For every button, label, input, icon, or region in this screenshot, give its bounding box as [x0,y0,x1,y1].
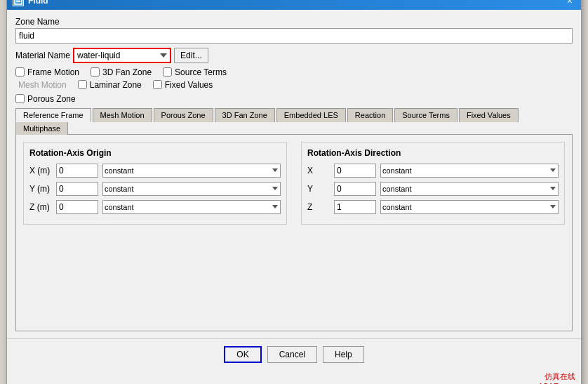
direction-x-input[interactable] [334,164,376,178]
tab-mesh-motion[interactable]: Mesh Motion [93,108,152,122]
direction-y-method[interactable]: constant [380,182,559,196]
rotation-axis-direction-title: Rotation-Axis Direction [307,148,559,158]
fluid-dialog: Fluid × Zone Name Material Name water-li… [6,0,582,384]
origin-x-row: X (m) constant [29,164,281,178]
frame-motion-checkbox-label[interactable]: Frame Motion [15,67,79,77]
tab-panel-reference-frame: Rotation-Axis Origin X (m) constant [15,135,573,331]
branding-line1: 仿真在线 [544,372,575,380]
checkboxes-row-2: Mesh Motion Laminar Zone Fixed Values [15,80,573,90]
origin-y-label: Y (m) [29,184,52,194]
direction-y-input[interactable] [334,182,376,196]
origin-z-method[interactable]: constant [102,200,281,214]
material-select[interactable]: water-liquid [73,48,171,63]
tab-reference-frame[interactable]: Reference Frame [15,108,91,122]
origin-y-method[interactable]: constant [102,182,281,196]
material-name-label: Material Name [15,51,70,60]
tab-reaction[interactable]: Reaction [347,108,393,122]
zone-name-group: Zone Name [15,17,573,44]
origin-x-input[interactable] [56,164,98,178]
direction-x-label: X [307,166,330,176]
3d-fan-zone-checkbox-label[interactable]: 3D Fan Zone [91,67,152,77]
close-button[interactable]: × [564,0,575,6]
origin-z-row: Z (m) constant [29,200,281,214]
rotation-axis-origin-group: Rotation-Axis Origin X (m) constant [23,142,287,225]
dialog-content: Zone Name Material Name water-liquid Edi… [7,10,581,338]
origin-y-input[interactable] [56,182,98,196]
frame-motion-label: Frame Motion [27,67,79,77]
source-terms-checkbox[interactable] [163,67,172,77]
direction-z-row: Z constant [307,200,559,214]
porous-zone-checkbox[interactable] [15,94,25,103]
direction-z-input[interactable] [334,200,376,214]
tab-bar: Reference Frame Mesh Motion Porous Zone … [15,108,573,135]
porous-zone-label: Porous Zone [27,94,76,104]
title-bar: Fluid × [7,0,581,10]
help-button[interactable]: Help [323,346,364,363]
origin-x-label: X (m) [29,166,52,176]
tab-multiphase[interactable]: Multiphase [15,121,68,135]
laminar-zone-label: Laminar Zone [90,80,142,90]
bottom-buttons: OK Cancel Help [7,338,581,370]
checkboxes-row-1: Frame Motion 3D Fan Zone Source Terms [15,67,573,77]
checkboxes-row-3: Porous Zone [15,94,573,104]
origin-z-input[interactable] [56,200,98,214]
laminar-zone-checkbox-label[interactable]: Laminar Zone [78,80,142,90]
source-terms-checkbox-label[interactable]: Source Terms [163,67,227,77]
3d-fan-zone-label: 3D Fan Zone [102,67,152,77]
fixed-values-label: Fixed Values [165,80,213,90]
direction-x-method[interactable]: constant [380,164,559,178]
zone-name-input[interactable] [15,28,573,44]
tab-fixed-values[interactable]: Fixed Values [459,108,519,122]
rotation-axis-origin-title: Rotation-Axis Origin [29,148,281,158]
direction-y-row: Y constant [307,182,559,196]
fixed-values-checkbox[interactable] [153,80,162,89]
branding: 仿真在线 www.1CAE.com [7,370,581,385]
branding-line2: www.1CAE.com [520,382,575,385]
material-row: Material Name water-liquid Edit... [15,48,573,63]
tab-embedded-les[interactable]: Embedded LES [276,108,346,122]
tabs-container: Reference Frame Mesh Motion Porous Zone … [15,108,573,331]
rotation-axis-direction-group: Rotation-Axis Direction X constant [301,142,565,225]
3d-fan-zone-checkbox[interactable] [91,67,100,77]
tab-source-terms[interactable]: Source Terms [394,108,457,122]
laminar-zone-checkbox[interactable] [78,80,87,89]
rotation-panels: Rotation-Axis Origin X (m) constant [23,142,565,225]
origin-x-method[interactable]: constant [102,164,281,178]
svg-rect-2 [16,1,20,2]
ok-button[interactable]: OK [224,346,261,363]
direction-z-label: Z [307,202,330,212]
mesh-motion-label: Mesh Motion [18,80,67,90]
edit-button[interactable]: Edit... [174,48,208,63]
frame-motion-checkbox[interactable] [15,67,25,77]
window-title: Fluid [28,0,48,6]
title-bar-left: Fluid [13,0,48,6]
tab-3d-fan-zone[interactable]: 3D Fan Zone [215,108,275,122]
direction-x-row: X constant [307,164,559,178]
zone-name-label: Zone Name [15,17,573,27]
svg-rect-0 [15,0,22,4]
porous-zone-checkbox-label[interactable]: Porous Zone [15,94,76,104]
window-icon [13,0,24,6]
origin-z-label: Z (m) [29,202,52,212]
tab-porous-zone[interactable]: Porous Zone [154,108,213,122]
direction-y-label: Y [307,184,330,194]
cancel-button[interactable]: Cancel [267,346,317,363]
source-terms-label: Source Terms [175,67,227,77]
origin-y-row: Y (m) constant [29,182,281,196]
fixed-values-checkbox-label[interactable]: Fixed Values [153,80,213,90]
direction-z-method[interactable]: constant [380,200,559,214]
